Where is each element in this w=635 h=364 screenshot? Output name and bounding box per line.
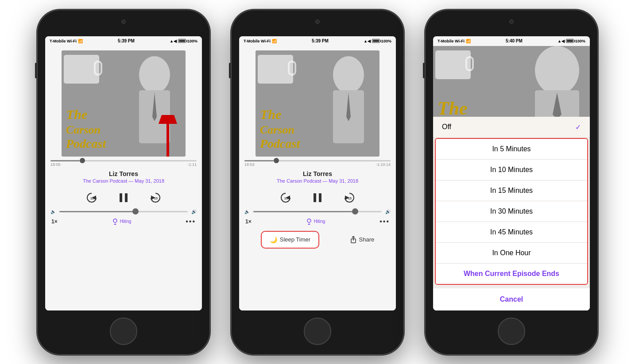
bottom-row-1: 1× Hiting ••• — [45, 214, 202, 227]
signal-icon-2: ▲◀ — [364, 39, 371, 43]
cancel-btn-3[interactable]: Cancel — [433, 288, 590, 310]
track-info-1: Liz Torres The Carson Podcast — May 31, … — [83, 170, 164, 184]
5min-label-3: In 5 Minutes — [492, 145, 530, 153]
battery-pct-3: 100% — [575, 39, 585, 43]
progress-track-2[interactable] — [244, 160, 391, 161]
phone-1: T-Mobile Wi-Fi 📶 5:39 PM ▲◀ 100% — [37, 10, 210, 355]
time-2: 5:39 PM — [312, 38, 329, 43]
svg-text:The: The — [260, 107, 281, 122]
off-check-3: ✓ — [575, 123, 581, 131]
episode-label-3: When Current Episode Ends — [464, 270, 559, 278]
progress-fill-2 — [244, 160, 274, 161]
battery-fill-3 — [567, 40, 573, 42]
progress-track-1[interactable] — [50, 160, 197, 161]
volume-row-1: 🔈 🔊 — [45, 209, 202, 214]
vol-low-icon-1: 🔈 — [50, 209, 56, 214]
wifi-icon-1: 📶 — [78, 39, 83, 43]
forward-btn-2[interactable]: 15 — [341, 190, 357, 206]
partial-album-art-3: The — [433, 46, 590, 117]
battery-pct-2: 100% — [381, 39, 391, 43]
remaining-time-1: -1:11 — [187, 162, 197, 167]
sleep-menu-45min-3[interactable]: In 45 Minutes — [436, 222, 587, 243]
sleep-menu-episode-3[interactable]: When Current Episode Ends — [436, 264, 587, 284]
svg-point-35 — [307, 219, 311, 222]
sleep-menu-30min-3[interactable]: In 30 Minutes — [436, 201, 587, 222]
vol-high-icon-1: 🔊 — [191, 209, 197, 214]
signal-icon-3: ▲◀ — [558, 39, 565, 43]
album-art-2: The Carson Podcast — [256, 50, 379, 157]
battery-fill-1 — [179, 40, 185, 42]
front-camera-2 — [315, 19, 320, 24]
svg-rect-14 — [120, 193, 122, 202]
svg-text:15: 15 — [284, 197, 288, 200]
time-1: 5:39 PM — [118, 38, 135, 43]
status-bar-1: T-Mobile Wi-Fi 📶 5:39 PM ▲◀ 100% — [45, 36, 202, 46]
screen-1: T-Mobile Wi-Fi 📶 5:39 PM ▲◀ 100% — [45, 36, 202, 310]
airplay-btn-1[interactable]: Hiting — [112, 218, 132, 225]
progress-times-1: 18:05 -1:11 — [50, 162, 197, 167]
vol-thumb-2[interactable] — [352, 208, 358, 215]
phone-3: T-Mobile Wi-Fi 📶 5:40 PM ▲◀ 100% — [425, 10, 598, 355]
album-art-1: The Carson Podcast — [62, 50, 186, 157]
action-buttons-2: 🌙 Sleep Timer Share — [239, 227, 396, 252]
vol-track-2[interactable] — [253, 211, 382, 212]
more-btn-2[interactable]: ••• — [379, 218, 390, 226]
more-btn-1[interactable]: ••• — [186, 218, 196, 226]
progress-section-2: 18:53 -1:10:14 — [239, 160, 396, 167]
airplay-label-2: Hiting — [314, 219, 325, 224]
phone-2: T-Mobile Wi-Fi 📶 5:39 PM ▲◀ 100% — [231, 10, 404, 355]
vol-high-icon-2: 🔊 — [385, 209, 391, 214]
sleep-menu-10min-3[interactable]: In 10 Minutes — [436, 160, 587, 180]
vol-fill-2 — [253, 211, 356, 212]
sleep-menu-1hr-3[interactable]: In One Hour — [436, 243, 587, 264]
screen-2: T-Mobile Wi-Fi 📶 5:39 PM ▲◀ 100% — [239, 36, 396, 310]
track-subtitle-2: The Carson Podcast — May 31, 2018 — [277, 178, 358, 184]
current-time-2: 18:53 — [244, 162, 255, 167]
home-button-3[interactable] — [498, 318, 525, 345]
time-3: 5:40 PM — [506, 38, 523, 43]
speed-btn-1[interactable]: 1× — [51, 218, 58, 225]
svg-rect-31 — [314, 193, 316, 202]
vol-thumb-1[interactable] — [132, 208, 139, 215]
home-button-2[interactable] — [304, 318, 331, 345]
vol-low-icon-2: 🔈 — [244, 209, 250, 214]
status-right-2: ▲◀ 100% — [364, 39, 391, 43]
track-title-2: Liz Torres — [277, 170, 358, 177]
forward-btn-1[interactable]: 15 — [147, 190, 163, 206]
10min-label-3: In 10 Minutes — [490, 166, 533, 174]
rewind-btn-2[interactable]: 15 — [278, 190, 294, 206]
sleep-timer-btn-2[interactable]: 🌙 Sleep Timer — [261, 231, 319, 249]
share-btn-2[interactable]: Share — [350, 236, 375, 243]
signal-icon-1: ▲◀ — [170, 39, 177, 43]
battery-icon-1 — [178, 39, 186, 43]
rewind-btn-1[interactable]: 15 — [84, 190, 100, 206]
progress-thumb-1[interactable] — [80, 158, 85, 163]
1hr-label-3: In One Hour — [492, 249, 530, 257]
pause-btn-1[interactable] — [116, 190, 132, 206]
30min-label-3: In 30 Minutes — [490, 207, 533, 215]
progress-thumb-2[interactable] — [274, 158, 279, 163]
pause-btn-2[interactable] — [310, 190, 325, 206]
moon-icon-2: 🌙 — [270, 236, 277, 243]
track-title-1: Liz Torres — [83, 170, 164, 177]
podcast-screen-1: The Carson Podcast — [45, 46, 202, 310]
15min-label-3: In 15 Minutes — [490, 187, 533, 195]
current-time-1: 18:05 — [50, 162, 61, 167]
battery-icon-2 — [372, 39, 380, 43]
screen-3: T-Mobile Wi-Fi 📶 5:40 PM ▲◀ 100% — [433, 36, 590, 310]
svg-text:The: The — [66, 107, 87, 122]
remaining-time-2: -1:10:14 — [376, 162, 391, 167]
home-button-1[interactable] — [110, 318, 137, 345]
status-right-1: ▲◀ 100% — [170, 39, 197, 43]
front-camera-3 — [509, 19, 514, 24]
sleep-menu-5min-3[interactable]: In 5 Minutes — [436, 139, 587, 160]
sleep-menu-off-3[interactable]: Off ✓ — [433, 117, 590, 138]
svg-point-4 — [139, 56, 170, 93]
45min-label-3: In 45 Minutes — [490, 228, 533, 236]
vol-track-1[interactable] — [59, 211, 188, 212]
sleep-menu-15min-3[interactable]: In 15 Minutes — [436, 180, 587, 201]
status-left-2: T-Mobile Wi-Fi 📶 — [244, 39, 277, 43]
battery-pct-1: 100% — [187, 39, 197, 43]
airplay-btn-2[interactable]: Hiting — [306, 218, 325, 225]
speed-btn-2[interactable]: 1× — [245, 218, 252, 225]
